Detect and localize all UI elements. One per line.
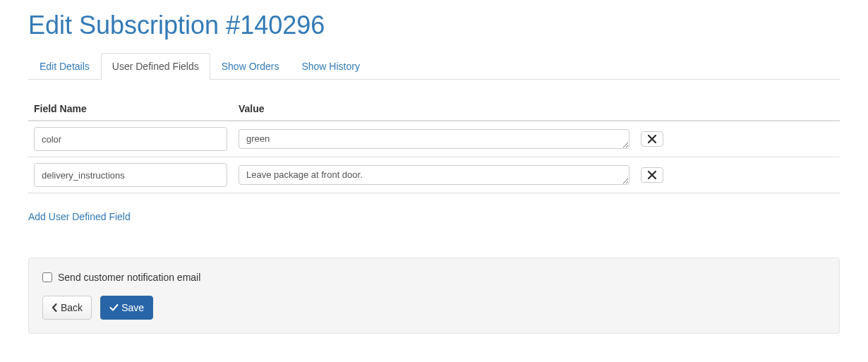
delete-row-button[interactable] <box>641 167 663 183</box>
tab-edit-details-link[interactable]: Edit Details <box>28 53 101 80</box>
field-name-input[interactable] <box>34 163 227 187</box>
delete-row-button[interactable] <box>641 131 663 147</box>
tab-show-history: Show History <box>290 53 370 80</box>
nav-tabs: Edit Details User Defined Fields Show Or… <box>28 53 840 80</box>
notify-checkbox-row[interactable]: Send customer notification email <box>42 272 826 283</box>
check-icon <box>109 303 119 312</box>
notify-checkbox[interactable] <box>42 272 52 282</box>
field-name-input[interactable] <box>34 127 227 151</box>
tab-show-orders: Show Orders <box>210 53 291 80</box>
actions-panel: Send customer notification email Back Sa… <box>28 258 840 334</box>
back-button[interactable]: Back <box>42 296 92 320</box>
column-header-field-name: Field Name <box>28 97 233 121</box>
column-header-value: Value <box>233 97 635 121</box>
tab-user-defined-fields-link[interactable]: User Defined Fields <box>101 53 210 80</box>
save-button[interactable]: Save <box>100 296 153 320</box>
chevron-left-icon <box>52 303 58 312</box>
user-defined-fields-table: Field Name Value <box>28 97 840 193</box>
table-row <box>28 157 840 193</box>
save-button-label: Save <box>121 301 144 315</box>
close-icon <box>648 135 656 143</box>
field-value-input[interactable] <box>239 165 629 185</box>
tab-edit-details: Edit Details <box>28 53 101 80</box>
tab-user-defined-fields: User Defined Fields <box>101 53 210 80</box>
back-button-label: Back <box>61 301 83 315</box>
add-user-defined-field-link[interactable]: Add User Defined Field <box>28 211 131 222</box>
field-value-input[interactable] <box>239 129 629 149</box>
tab-show-history-link[interactable]: Show History <box>290 53 370 80</box>
tab-show-orders-link[interactable]: Show Orders <box>210 53 291 80</box>
close-icon <box>648 171 656 179</box>
page-title: Edit Subscription #140296 <box>28 11 840 40</box>
table-row <box>28 121 840 157</box>
notify-label: Send customer notification email <box>58 272 200 283</box>
